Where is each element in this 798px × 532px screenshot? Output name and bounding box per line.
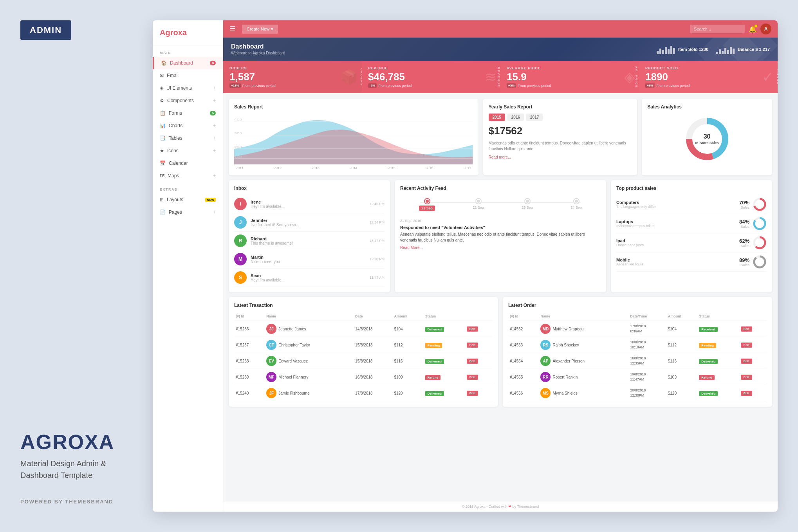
table-row: #15237 CT Christopher Taylor 15/8/2018 $…	[234, 337, 493, 353]
td-action-3: Edit	[465, 369, 493, 385]
sidebar-logo: Agroxa	[153, 20, 223, 45]
footer-heart: ❤	[508, 505, 511, 509]
order-edit-button-4[interactable]: Edit	[741, 391, 752, 396]
inbox-preview-4: Hey! I'm available...	[251, 278, 366, 282]
edit-button-2[interactable]: Edit	[467, 359, 478, 364]
order-avatar-1: RS	[540, 340, 551, 350]
hamburger-button[interactable]: ☰	[229, 25, 236, 33]
timeline-date-3: 24 Sep	[571, 206, 582, 209]
order-edit-button-1[interactable]: Edit	[741, 343, 752, 348]
header-stat-2: Balance $ 3,217	[716, 45, 770, 54]
sidebar-item-maps[interactable]: 🗺 Maps +	[153, 170, 223, 182]
create-new-button[interactable]: Create New ▾	[242, 25, 278, 34]
year-tab-2015[interactable]: 2015	[489, 114, 505, 121]
sidebar-item-charts[interactable]: 📊 Charts +	[153, 119, 223, 132]
inbox-item-2[interactable]: R Richard This theme is awesome! 13:17 P…	[234, 232, 385, 250]
order-edit-button-3[interactable]: Edit	[741, 375, 752, 380]
timeline-date-1: 22 Sep	[473, 206, 484, 209]
inbox-info-1: Jennifer I've finished it! See you so...	[251, 218, 365, 227]
edit-button-1[interactable]: Edit	[467, 343, 478, 348]
chart-years: 2011 2012 2013 2014 2015 2016 2017	[234, 166, 473, 170]
widgets-row-1: Sales Report 400	[229, 99, 772, 175]
inbox-item-3[interactable]: M Martin Nice to meet you 12:20 PM	[234, 250, 385, 269]
orders-value: 1,587	[229, 72, 356, 82]
activity-read-more[interactable]: Read More...	[400, 245, 601, 250]
timeline-dot-0	[425, 199, 430, 204]
sidebar-item-email[interactable]: ✉ Email	[153, 69, 223, 82]
sidebar-item-forms[interactable]: 📋 Forms 5	[153, 107, 223, 119]
product-pct-2: 62%	[739, 238, 749, 244]
sidebar-item-icons[interactable]: ★ Icons +	[153, 144, 223, 157]
dashboard-container: Agroxa MAIN 🏠 Dashboard 8 ✉ Email ◈ UI E…	[153, 20, 778, 512]
inbox-info-3: Martin Nice to meet you	[251, 255, 365, 264]
product-donut-2	[753, 236, 767, 250]
sidebar-item-layouts[interactable]: ⊞ Layouts NEW	[153, 193, 223, 206]
stat-card-orders: ORDERS 1,587 +11% From previous period 📦…	[223, 61, 362, 93]
order-edit-button-2[interactable]: Edit	[741, 359, 752, 364]
oth-id: (#) Id	[508, 312, 539, 321]
timeline-point-1: 22 Sep	[473, 199, 484, 211]
orders-change-text: From previous period	[242, 84, 276, 88]
sidebar-item-tables[interactable]: 📑 Tables +	[153, 132, 223, 144]
components-icon: ⚙	[160, 98, 164, 103]
oth-action	[739, 312, 767, 321]
sidebar-item-components[interactable]: ⚙ Components +	[153, 94, 223, 107]
calendar-icon: 📅	[160, 161, 166, 166]
layouts-badge: NEW	[205, 198, 216, 202]
inbox-item-1[interactable]: J Jennifer I've finished it! See you so.…	[234, 213, 385, 232]
td-id-0: #15236	[234, 321, 265, 337]
stat1-bar3	[662, 50, 664, 54]
notification-dot	[755, 25, 757, 27]
th-amount: Amount	[392, 312, 423, 321]
otd-datetime-1: 18/8/201810:18AM	[628, 337, 666, 353]
footer-text: © 2018 Agroxa - Crafted with	[462, 505, 508, 509]
components-expand-icon: +	[213, 98, 216, 103]
user-avatar[interactable]: A	[760, 23, 771, 34]
inbox-time-1: 12:34 PM	[369, 220, 385, 224]
yearly-read-more[interactable]: Read more...	[489, 155, 632, 159]
td-date-4: 17/8/2018	[354, 385, 392, 401]
edit-button-0[interactable]: Edit	[467, 326, 478, 332]
inbox-item-0[interactable]: I Irene Hey! I'm available... 12:45 PM	[234, 195, 385, 213]
edit-button-3[interactable]: Edit	[467, 375, 478, 380]
table-row: #15236 JJ Jeanette James 14/8/2018 $104	[234, 321, 493, 337]
timeline-point-2: 23 Sep	[522, 199, 533, 211]
inbox-preview-2: This theme is awesome!	[251, 241, 365, 245]
sidebar-item-pages[interactable]: 📄 Pages +	[153, 206, 223, 218]
notification-button[interactable]: 🔔	[749, 25, 756, 33]
year-tab-2017[interactable]: 2017	[526, 114, 543, 121]
avg-change-text: From previous period	[518, 84, 551, 88]
td-name-1: CT Christopher Taylor	[265, 337, 354, 353]
product-item-3: Mobile Aenean leo ligula 89% Sales	[616, 252, 767, 272]
chart-label-400: 400	[234, 118, 242, 121]
otd-id-1: #14563	[508, 337, 539, 353]
td-id-2: #15238	[234, 353, 265, 369]
latest-order-title: Latest Order	[508, 303, 767, 308]
sidebar-item-ui-elements[interactable]: ◈ UI Elements +	[153, 82, 223, 94]
product-sold-change: +8% From previous period	[645, 83, 771, 88]
icons-icon: ★	[160, 148, 164, 153]
order-row: #14563 RS Ralph Shockey 18/8/201810:18AM…	[508, 337, 767, 353]
td-amount-2: $116	[392, 353, 423, 369]
product-pct-3: 89%	[739, 257, 749, 263]
timeline-dot-3	[574, 199, 579, 204]
tables-row: Latest Trasaction (#) Id Name Date Amoun…	[229, 297, 772, 407]
td-name-text-1: Christopher Taylor	[278, 343, 310, 347]
inbox-item-4[interactable]: S Sean Hey! I'm available... 11:47 AM	[234, 269, 385, 287]
admin-badge: ADMIN	[20, 20, 71, 40]
search-input[interactable]	[690, 25, 745, 33]
td-id-3: #15239	[234, 369, 265, 385]
forms-icon: 📋	[160, 110, 166, 116]
td-status-2: Delivered	[424, 353, 465, 369]
sidebar-label-maps: Maps	[168, 173, 179, 179]
inbox-name-0: Irene	[251, 200, 365, 204]
sidebar-item-dashboard[interactable]: 🏠 Dashboard 8	[153, 57, 223, 69]
inbox-info-4: Sean Hey! I'm available...	[251, 273, 366, 282]
order-edit-button-0[interactable]: Edit	[741, 326, 752, 332]
th-id: (#) Id	[234, 312, 265, 321]
year-tab-2016[interactable]: 2016	[507, 114, 524, 121]
edit-button-4[interactable]: Edit	[467, 391, 478, 396]
sidebar-label-charts: Charts	[169, 123, 182, 128]
otd-name-2: AP Alexander Pierson	[539, 353, 628, 369]
sidebar-item-calendar[interactable]: 📅 Calendar	[153, 157, 223, 170]
